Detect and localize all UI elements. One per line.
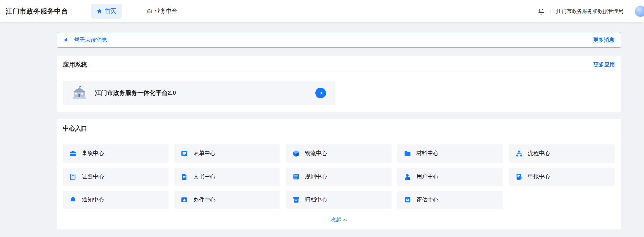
flow-icon	[515, 150, 523, 158]
main-content: 暂无未读消息 更多消息 应用系统 更多应用 江门市政务服务一体化平台2.0 中心…	[0, 32, 644, 229]
center-item[interactable]: 事项中心	[63, 144, 169, 163]
arrow-right-button[interactable]	[315, 88, 326, 98]
form-icon	[180, 150, 188, 158]
certificate-icon	[69, 173, 77, 181]
nav-tab-label: 首页	[105, 7, 116, 15]
chevron-up-icon	[342, 217, 348, 222]
banner-message: 暂无未读消息	[74, 36, 107, 44]
home-icon	[96, 8, 102, 14]
center-item[interactable]: 材料中心	[397, 144, 503, 163]
user-icon	[403, 173, 411, 181]
center-item-label: 证照中心	[82, 173, 104, 180]
center-item-label: 流程中心	[528, 150, 550, 157]
bell-icon	[69, 196, 77, 204]
notice-banner: 暂无未读消息 更多消息	[57, 32, 621, 48]
divider: |	[628, 9, 630, 14]
nav-tab-label: 业务中台	[155, 7, 178, 15]
center-item-label: 用户中心	[416, 173, 438, 180]
center-item-label: 文书中心	[193, 173, 215, 180]
apps-card-body: 江门市政务服务一体化平台2.0	[57, 74, 621, 112]
center-item[interactable]: 用户中心	[397, 168, 503, 186]
centers-title: 中心入口	[63, 124, 87, 133]
archive-icon	[292, 196, 300, 204]
business-icon	[146, 8, 152, 14]
briefcase-icon	[69, 150, 77, 158]
collapse-label: 收起	[331, 216, 341, 223]
apps-card-header: 应用系统 更多应用	[57, 56, 621, 74]
center-item-label: 归档中心	[305, 196, 327, 203]
center-item-label: 申报中心	[528, 173, 550, 180]
clock-icon	[403, 196, 411, 204]
center-item-label: 办件中心	[193, 196, 215, 203]
center-item-label: 事项中心	[82, 150, 104, 157]
building-illustration-icon	[71, 84, 88, 102]
center-item[interactable]: 通知中心	[63, 191, 169, 209]
user-avatar[interactable]	[635, 6, 644, 17]
center-item-label: 规则中心	[305, 173, 327, 180]
document-icon	[180, 173, 188, 181]
app-item-platform[interactable]: 江门市政务服务一体化平台2.0	[63, 81, 335, 105]
notification-bell-icon[interactable]	[537, 7, 545, 15]
center-item[interactable]: 申报中心	[509, 168, 615, 186]
center-item[interactable]: 文书中心	[174, 168, 280, 186]
center-item-label: 通知中心	[82, 196, 104, 203]
divider: |	[550, 9, 551, 14]
top-header: 江门市政务服务中台 首页 业务中台 | 江门市政务服务和数据管理局 |	[0, 0, 644, 22]
brand-title: 江门市政务服务中台	[6, 7, 68, 16]
apps-title: 应用系统	[63, 61, 87, 69]
center-item[interactable]: 物流中心	[286, 144, 392, 163]
header-right: | 江门市政务服务和数据管理局 |	[537, 6, 642, 17]
nav-tab-business[interactable]: 业务中台	[141, 4, 183, 19]
center-item-label: 表单中心	[193, 150, 215, 157]
center-item-label: 物流中心	[305, 150, 327, 157]
center-item-label: 材料中心	[416, 150, 438, 157]
center-item[interactable]: 流程中心	[509, 144, 615, 163]
nav-tab-home[interactable]: 首页	[91, 4, 122, 19]
center-item[interactable]: 归档中心	[286, 191, 392, 209]
cube-icon	[292, 150, 300, 158]
center-item[interactable]: 证照中心	[63, 168, 169, 186]
center-item[interactable]: 表单中心	[174, 144, 280, 163]
rules-icon	[292, 173, 300, 181]
center-item[interactable]: 办件中心	[174, 191, 280, 209]
apps-card: 应用系统 更多应用 江门市政务服务一体化平台2.0	[57, 56, 621, 112]
org-name: 江门市政务服务和数据管理局	[556, 8, 624, 15]
speaker-icon	[63, 36, 70, 43]
center-item-label: 评估中心	[416, 196, 438, 203]
center-item[interactable]: 评估中心	[397, 191, 503, 209]
more-messages-link[interactable]: 更多消息	[593, 37, 614, 43]
materials-icon	[403, 150, 411, 158]
center-grid: 事项中心表单中心物流中心材料中心流程中心证照中心文书中心规则中心用户中心申报中心…	[57, 138, 621, 211]
center-item[interactable]: 规则中心	[286, 168, 392, 186]
badge-icon	[180, 196, 188, 204]
collapse-link[interactable]: 收起	[57, 211, 621, 229]
more-apps-link[interactable]: 更多应用	[593, 61, 615, 68]
centers-card-header: 中心入口	[57, 119, 621, 138]
app-name: 江门市政务服务一体化平台2.0	[95, 89, 176, 97]
main-nav: 首页 业务中台	[91, 4, 183, 19]
centers-card: 中心入口 事项中心表单中心物流中心材料中心流程中心证照中心文书中心规则中心用户中…	[57, 119, 621, 229]
report-icon	[515, 173, 523, 181]
